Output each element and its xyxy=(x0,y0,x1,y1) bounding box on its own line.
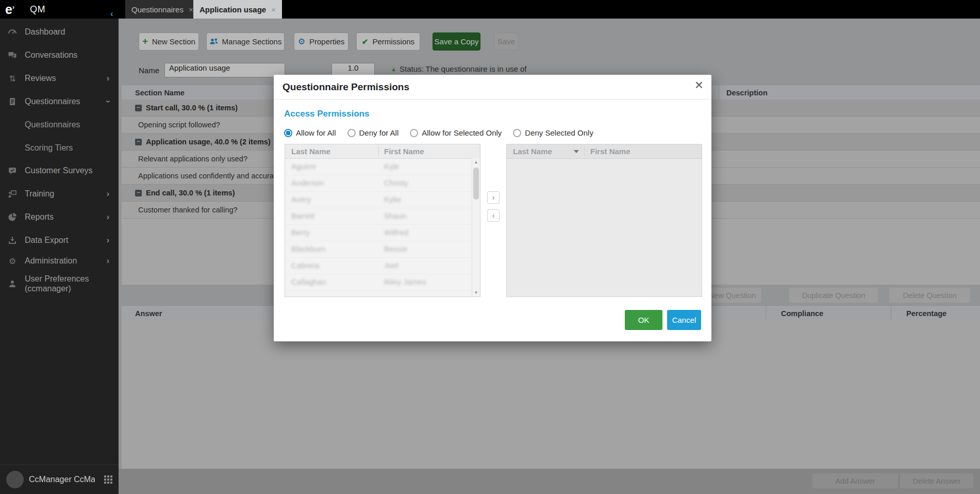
user-row[interactable]: AveryKylie xyxy=(285,191,472,208)
product-title: QM xyxy=(30,4,45,15)
sidebar-item-reports[interactable]: Reports › xyxy=(0,206,119,228)
column-header-first-name[interactable]: First Name xyxy=(384,144,424,158)
sidebar-item-dashboard[interactable]: Dashboard xyxy=(0,21,119,43)
sidebar-item-scoring-tiers[interactable]: Scoring Tiers xyxy=(0,137,143,159)
current-user-label[interactable]: CcManager CcMana... xyxy=(29,475,95,484)
questionnaire-permissions-dialog: Questionnaire Permissions × Access Permi… xyxy=(274,75,711,341)
column-header-first-name[interactable]: First Name xyxy=(590,144,630,158)
move-right-button[interactable]: › xyxy=(487,191,500,204)
close-icon[interactable]: × xyxy=(695,78,703,92)
scroll-up-icon[interactable]: ▲ xyxy=(472,158,480,166)
reports-icon xyxy=(7,212,18,222)
user-icon xyxy=(7,278,18,289)
tab-bar: Questionnaires × Application usage × xyxy=(119,0,980,19)
move-left-button[interactable]: ‹ xyxy=(487,209,500,222)
column-divider xyxy=(378,146,379,157)
user-row[interactable]: BlackburnBessie xyxy=(285,241,472,258)
column-header-last-name[interactable]: Last Name xyxy=(291,144,330,158)
radio-allow-for-all[interactable]: Allow for All xyxy=(284,128,336,137)
sidebar-item-questionnaires[interactable]: Questionnaires › xyxy=(0,90,119,113)
scrollbar-thumb[interactable] xyxy=(473,168,479,200)
chevron-right-icon: › xyxy=(107,212,109,222)
cancel-button[interactable]: Cancel xyxy=(667,310,701,330)
sort-caret-icon[interactable] xyxy=(574,150,579,153)
administration-gear-icon: ⚙ xyxy=(7,256,18,266)
radio-selected-icon[interactable] xyxy=(284,129,292,137)
ok-button[interactable]: OK xyxy=(625,310,662,330)
list-header: Last Name First Name xyxy=(285,144,480,159)
sidebar-header: e› QM ‹ xyxy=(0,0,119,19)
scrollbar[interactable]: ▲ ▼ xyxy=(472,158,480,297)
sidebar-footer: CcManager CcMana... xyxy=(0,465,119,494)
column-header-last-name[interactable]: Last Name xyxy=(513,144,552,158)
sidebar-item-customer-surveys[interactable]: Customer Surveys xyxy=(0,159,119,182)
sidebar-item-administration[interactable]: ⚙ Administration › xyxy=(0,250,119,272)
data-export-icon xyxy=(7,235,18,245)
sidebar-item-user-preferences[interactable]: User Preferences (ccmanager) xyxy=(0,270,119,297)
access-permissions-heading: Access Permissions xyxy=(284,109,369,119)
divider xyxy=(274,99,711,100)
selected-users-list: Last Name First Name xyxy=(506,144,702,297)
chevron-right-icon: › xyxy=(107,189,109,199)
reviews-icon: ⇅ xyxy=(7,73,18,84)
user-row[interactable]: BarrettShaun xyxy=(285,208,472,225)
chevron-right-icon: › xyxy=(107,74,109,83)
user-row[interactable]: AguirreKyle xyxy=(285,158,472,175)
chevron-down-icon: › xyxy=(103,100,112,103)
column-divider xyxy=(584,146,585,157)
radio-deny-for-all[interactable]: Deny for All xyxy=(347,128,399,137)
user-row[interactable]: CallaghanRiley James xyxy=(285,274,472,291)
radio-icon[interactable] xyxy=(347,129,356,137)
user-row[interactable]: BerryWilfred xyxy=(285,224,472,241)
sidebar-collapse-icon[interactable]: ‹ xyxy=(110,9,113,19)
sidebar-item-conversations[interactable]: Conversations xyxy=(0,44,119,67)
user-row[interactable]: AndersonChristy xyxy=(285,175,472,192)
tab-questionnaires[interactable]: Questionnaires × xyxy=(125,0,200,19)
questionnaires-icon xyxy=(7,96,18,107)
app-grid-icon[interactable] xyxy=(104,475,112,484)
sidebar-item-data-export[interactable]: Data Export › xyxy=(0,229,119,252)
radio-icon[interactable] xyxy=(513,129,521,137)
radio-icon[interactable] xyxy=(410,129,418,137)
sidebar-item-training[interactable]: Training › xyxy=(0,183,119,205)
customer-surveys-icon xyxy=(7,166,18,176)
sidebar-item-reviews[interactable]: ⇅ Reviews › xyxy=(0,67,119,90)
dialog-title: Questionnaire Permissions xyxy=(283,81,409,93)
close-icon[interactable]: × xyxy=(189,5,193,14)
training-icon xyxy=(7,189,18,199)
user-row[interactable]: CabreraJoel xyxy=(285,257,472,274)
list-header: Last Name First Name xyxy=(507,144,702,159)
dashboard-icon xyxy=(7,27,18,37)
available-users-list: Last Name First Name AguirreKyle Anderso… xyxy=(285,144,480,297)
sidebar: e› QM ‹ Dashboard Conversations ⇅ Review… xyxy=(0,0,119,494)
tab-application-usage[interactable]: Application usage × xyxy=(193,0,282,19)
sidebar-item-questionnaires-sub[interactable]: Questionnaires xyxy=(0,113,143,136)
radio-allow-for-selected-only[interactable]: Allow for Selected Only xyxy=(410,128,502,137)
scroll-down-icon[interactable]: ▼ xyxy=(472,289,480,297)
chevron-right-icon: › xyxy=(107,256,109,266)
access-options: Allow for All Deny for All Allow for Sel… xyxy=(284,128,593,137)
brand-logo: e› xyxy=(5,2,14,17)
chevron-right-icon: › xyxy=(107,236,109,245)
radio-deny-selected-only[interactable]: Deny Selected Only xyxy=(513,128,593,137)
conversations-icon xyxy=(7,50,18,60)
close-icon[interactable]: × xyxy=(271,5,276,14)
avatar[interactable] xyxy=(6,471,24,488)
